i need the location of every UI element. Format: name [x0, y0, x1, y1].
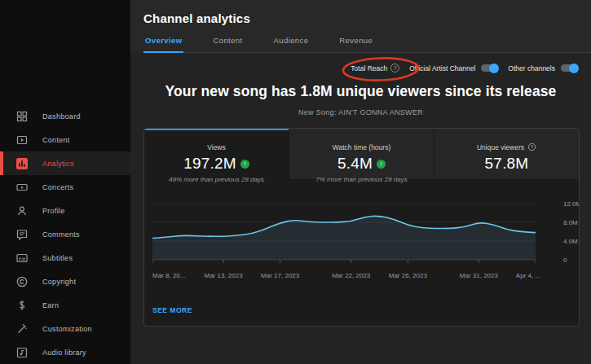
- x-tick-label: Mar 26, 2023: [389, 272, 427, 279]
- main-panel: Channel analytics OverviewContentAudienc…: [130, 0, 591, 364]
- chart-x-axis: Mar 8, 20...Mar 13, 2023Mar 17, 2023Mar …: [152, 272, 536, 282]
- y-tick-label: 4.0M: [563, 238, 578, 245]
- youtube-studio-analytics-app: DashboardContentAnalyticsConcertsProfile…: [0, 0, 591, 364]
- header: Channel analytics OverviewContentAudienc…: [130, 0, 591, 53]
- sidebar-item-audio-library[interactable]: Audio library: [0, 340, 130, 364]
- sidebar-item-analytics[interactable]: Analytics: [0, 151, 130, 175]
- sidebar-item-label: Dashboard: [42, 112, 81, 121]
- hero-headline: Your new song has 1.8M unique viewers si…: [130, 83, 591, 100]
- total-reach-control[interactable]: Total Reach ?: [351, 64, 399, 72]
- metric-label: Unique viewers: [477, 143, 524, 151]
- clock-icon: [527, 143, 536, 153]
- up-arrow-icon: ↑: [377, 160, 386, 169]
- sidebar-item-label: Analytics: [42, 160, 74, 168]
- x-tick-label: Mar 22, 2023: [332, 272, 370, 279]
- toggle-switch[interactable]: [481, 64, 498, 72]
- help-icon[interactable]: ?: [390, 64, 399, 72]
- copyright-icon: [15, 275, 29, 288]
- sidebar-item-label: Earn: [42, 301, 59, 309]
- up-arrow-icon: ↑: [240, 160, 249, 169]
- x-tick-label: Mar 8, 20...: [152, 272, 185, 279]
- toggle-official-artist-channel[interactable]: Official Artist Channel: [409, 64, 498, 72]
- dashboard-icon: [15, 110, 29, 123]
- analytics-tab-bar: OverviewContentAudienceRevenue: [143, 36, 591, 53]
- sidebar-nav: DashboardContentAnalyticsConcertsProfile…: [0, 104, 130, 364]
- customization-icon: [15, 322, 29, 335]
- analytics-overview-card: Views197.2M↑49% more than previous 28 da…: [143, 128, 580, 327]
- comments-icon: [15, 228, 29, 241]
- sidebar-item-label: Subtitles: [42, 254, 73, 262]
- concerts-icon: [15, 181, 29, 194]
- channel-toggle-row: Total Reach ? Official Artist ChannelOth…: [130, 64, 591, 72]
- tab-overview[interactable]: Overview: [143, 36, 183, 53]
- sidebar-item-concerts[interactable]: Concerts: [0, 175, 130, 199]
- subtitles-icon: [15, 252, 29, 265]
- toggle-knob: [569, 64, 579, 73]
- tab-audience[interactable]: Audience: [272, 36, 311, 53]
- x-tick-label: Mar 17, 2023: [261, 272, 299, 279]
- page-title: Channel analytics: [143, 11, 591, 25]
- x-tick-label: Apr 4, ...: [516, 272, 540, 279]
- tab-content[interactable]: Content: [211, 36, 244, 53]
- total-reach-label: Total Reach: [351, 64, 387, 72]
- toggle-switches: Official Artist ChannelOther channels: [409, 64, 578, 72]
- sidebar-item-comments[interactable]: Comments: [0, 222, 130, 246]
- y-tick-label: 12.0M: [563, 200, 580, 208]
- metric-value: 197.2M: [183, 155, 236, 173]
- hero-subtext: New Song: AIN'T GONNA ANSWER: [130, 108, 591, 116]
- sidebar-item-label: Content: [42, 136, 70, 144]
- sidebar-item-subtitles[interactable]: Subtitles: [0, 246, 130, 270]
- sidebar-item-dashboard[interactable]: Dashboard: [0, 104, 130, 128]
- content-icon: [15, 134, 29, 147]
- metric-tabs: Views197.2M↑49% more than previous 28 da…: [144, 129, 579, 179]
- x-tick-label: Mar 31, 2023: [460, 272, 498, 279]
- profile-icon: [15, 204, 29, 217]
- metric-card-views[interactable]: Views197.2M↑49% more than previous 28 da…: [144, 129, 289, 179]
- toggle-knob: [489, 64, 499, 73]
- content-area: Total Reach ? Official Artist ChannelOth…: [130, 53, 591, 364]
- metric-label: Views: [207, 143, 226, 151]
- earn-icon: [15, 299, 29, 312]
- toggle-other-channels[interactable]: Other channels: [508, 64, 578, 72]
- metric-value: 5.4M: [337, 155, 373, 173]
- y-tick-label: 8.0M: [563, 219, 578, 226]
- sidebar-item-label: Copyright: [42, 278, 76, 286]
- x-tick-label: Mar 13, 2023: [204, 272, 242, 279]
- views-chart: Mar 8, 20...Mar 13, 2023Mar 17, 2023Mar …: [144, 179, 579, 301]
- metric-value: 57.8M: [485, 155, 529, 173]
- sidebar-item-label: Concerts: [42, 183, 73, 191]
- audio-library-icon: [15, 346, 29, 359]
- toggle-label: Other channels: [508, 64, 555, 72]
- sidebar-item-copyright[interactable]: Copyright: [0, 270, 130, 293]
- sidebar-item-label: Customization: [42, 325, 92, 333]
- metric-card-watch-time-hours[interactable]: Watch time (hours)5.4M↑7% more than prev…: [289, 129, 434, 179]
- views-line-chart[interactable]: [152, 204, 536, 265]
- sidebar-item-profile[interactable]: Profile: [0, 199, 130, 222]
- sidebar-item-earn[interactable]: Earn: [0, 293, 130, 317]
- sidebar-item-content[interactable]: Content: [0, 128, 130, 151]
- toggle-switch[interactable]: [561, 64, 578, 72]
- metric-label: Watch time (hours): [333, 143, 390, 151]
- y-tick-label: 0: [563, 257, 567, 264]
- toggle-label: Official Artist Channel: [409, 64, 475, 72]
- sidebar-item-label: Comments: [42, 230, 80, 239]
- metric-card-unique-viewers[interactable]: Unique viewers57.8M: [434, 129, 579, 179]
- sidebar-item-customization[interactable]: Customization: [0, 317, 130, 340]
- analytics-icon: [15, 157, 29, 170]
- see-more-link[interactable]: SEE MORE: [152, 306, 192, 314]
- tab-revenue[interactable]: Revenue: [337, 36, 374, 53]
- sidebar: DashboardContentAnalyticsConcertsProfile…: [0, 0, 130, 364]
- sidebar-item-label: Profile: [42, 207, 65, 215]
- sidebar-item-label: Audio library: [42, 349, 86, 357]
